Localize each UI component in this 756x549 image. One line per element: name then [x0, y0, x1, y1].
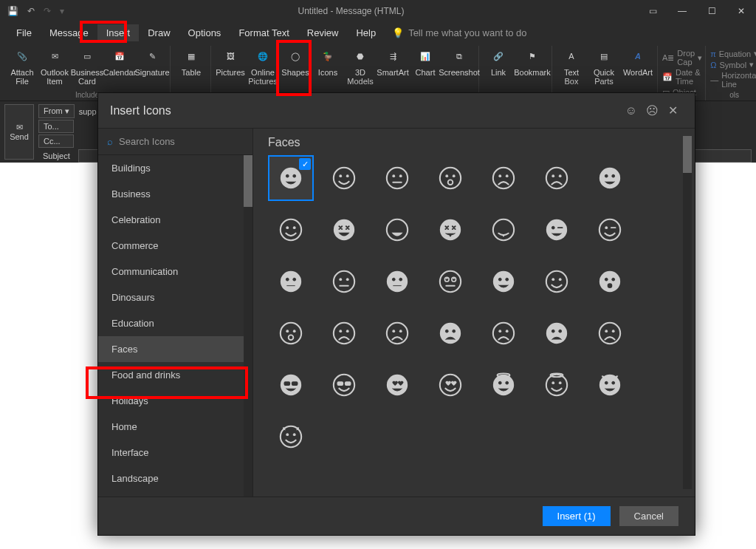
face-icon-22[interactable]: [321, 310, 367, 356]
category-item-dinosaurs[interactable]: Dinosaurs: [98, 284, 252, 310]
face-icon-0[interactable]: ✓: [268, 155, 314, 201]
business-card-button[interactable]: ▭Business Card: [72, 46, 102, 86]
drop-cap-button[interactable]: A≣Drop Cap▾: [662, 49, 702, 67]
menu-options[interactable]: Options: [179, 24, 230, 41]
face-icon-6[interactable]: [587, 155, 633, 201]
tell-me-search[interactable]: 💡 Tell me what you want to do: [392, 27, 526, 38]
face-icon-25[interactable]: [481, 310, 526, 356]
equation-button[interactable]: πEquation▾: [710, 49, 756, 58]
calendar-button[interactable]: 📅Calendar: [105, 46, 134, 86]
face-icon-1[interactable]: [321, 155, 367, 201]
face-icon-31[interactable]: [427, 362, 473, 408]
face-icon-9[interactable]: [374, 207, 420, 253]
dialog-close-icon[interactable]: ✕: [662, 103, 683, 117]
category-item-home[interactable]: Home: [98, 414, 252, 440]
face-icon-24[interactable]: [427, 310, 473, 356]
menu-format-text[interactable]: Format Text: [230, 24, 298, 41]
category-item-business[interactable]: Business: [98, 181, 252, 207]
face-icon-29[interactable]: [321, 362, 367, 408]
face-icon-30[interactable]: [374, 362, 420, 408]
face-icon-12[interactable]: [534, 207, 580, 253]
face-icon-11[interactable]: [481, 207, 526, 253]
category-scroll-thumb[interactable]: [244, 155, 252, 207]
face-icon-5[interactable]: [534, 155, 580, 201]
face-icon-14[interactable]: [268, 259, 314, 304]
icons-button[interactable]: 🦆Icons: [313, 46, 343, 86]
to-button[interactable]: To...: [38, 120, 74, 133]
face-icon-32[interactable]: [481, 362, 526, 408]
face-icon-20[interactable]: [587, 259, 633, 304]
menu-file[interactable]: File: [7, 24, 41, 41]
feedback-frown-icon[interactable]: ☹: [642, 103, 662, 117]
redo-icon[interactable]: ↷: [44, 6, 51, 16]
content-scrollbar[interactable]: [683, 136, 692, 489]
category-item-education[interactable]: Education: [98, 310, 252, 336]
signature-button[interactable]: ✎Signature: [137, 46, 167, 86]
screenshot-button[interactable]: ⧉Screenshot: [443, 46, 475, 86]
menu-draw[interactable]: Draw: [139, 24, 179, 41]
face-icon-27[interactable]: [587, 310, 633, 356]
content-scroll-thumb[interactable]: [683, 136, 692, 173]
save-icon[interactable]: 💾: [7, 6, 18, 16]
face-icon-26[interactable]: [534, 310, 580, 356]
face-icon-28[interactable]: [268, 362, 314, 408]
face-icon-13[interactable]: [587, 207, 633, 253]
3d-models-button[interactable]: ⬣3D Models: [346, 46, 375, 86]
category-item-interface[interactable]: Interface: [98, 440, 252, 466]
face-icon-4[interactable]: [481, 155, 526, 201]
menu-review[interactable]: Review: [298, 24, 348, 41]
category-item-buildings[interactable]: Buildings: [98, 155, 252, 181]
face-icon-34[interactable]: [587, 362, 633, 408]
minimize-icon[interactable]: —: [667, 0, 697, 22]
date-time-button[interactable]: 📅Date & Time: [662, 68, 702, 86]
cc-button[interactable]: Cc...: [38, 134, 74, 148]
feedback-smile-icon[interactable]: ☺: [621, 104, 642, 117]
face-icon-7[interactable]: [268, 207, 314, 253]
face-icon-18[interactable]: [481, 259, 526, 304]
category-item-holidays[interactable]: Holidays: [98, 388, 252, 414]
face-icon-15[interactable]: [321, 259, 367, 304]
quick-parts-button[interactable]: ▤Quick Parts: [589, 46, 619, 86]
category-item-celebration[interactable]: Celebration: [98, 207, 252, 233]
face-icon-35[interactable]: [268, 414, 314, 460]
face-icon-10[interactable]: [427, 207, 473, 253]
face-icon-23[interactable]: [374, 310, 420, 356]
category-item-communication[interactable]: Communication: [98, 259, 252, 284]
wordart-button[interactable]: AWordArt: [622, 46, 654, 86]
face-icon-8[interactable]: [321, 207, 367, 253]
smartart-button[interactable]: ⇶SmartArt: [378, 46, 408, 86]
chart-button[interactable]: 📊Chart: [410, 46, 440, 86]
ribbon-display-icon[interactable]: ▭: [638, 0, 667, 22]
attach-file-button[interactable]: 📎Attach File: [7, 46, 37, 86]
face-icon-33[interactable]: [534, 362, 580, 408]
text-box-button[interactable]: AText Box: [557, 46, 586, 86]
insert-button[interactable]: Insert (1): [543, 506, 611, 526]
outlook-item-button[interactable]: ✉Outlook Item: [40, 46, 69, 86]
category-item-commerce[interactable]: Commerce: [98, 233, 252, 259]
send-button[interactable]: ✉ Send: [4, 104, 34, 160]
category-item-faces[interactable]: Faces: [98, 336, 252, 362]
face-icon-3[interactable]: [427, 155, 473, 201]
bookmark-button[interactable]: ⚑Bookmark: [516, 46, 549, 77]
from-button[interactable]: From ▾: [38, 104, 75, 118]
maximize-icon[interactable]: ☐: [697, 0, 726, 22]
horizontal-line-button[interactable]: —Horizontal Line: [710, 71, 756, 89]
menu-insert[interactable]: Insert: [97, 24, 140, 41]
online-pictures-button[interactable]: 🌐Online Pictures: [248, 46, 278, 86]
pictures-button[interactable]: 🖼Pictures: [216, 46, 245, 86]
qat-customize-icon[interactable]: ▾: [60, 6, 64, 16]
menu-help[interactable]: Help: [347, 24, 385, 41]
category-item-landscape[interactable]: Landscape: [98, 466, 252, 491]
cancel-button[interactable]: Cancel: [619, 506, 678, 526]
face-icon-17[interactable]: [427, 259, 473, 304]
shapes-button[interactable]: ◯Shapes: [281, 46, 310, 86]
face-icon-19[interactable]: [534, 259, 580, 304]
category-item-food-and-drinks[interactable]: Food and drinks: [98, 362, 252, 388]
close-icon[interactable]: ✕: [726, 0, 756, 22]
menu-message[interactable]: Message: [41, 24, 97, 41]
link-button[interactable]: 🔗Link: [484, 46, 513, 77]
face-icon-16[interactable]: [374, 259, 420, 304]
undo-icon[interactable]: ↶: [27, 6, 35, 16]
symbol-button[interactable]: ΩSymbol▾: [710, 60, 756, 69]
table-button[interactable]: ▦Table: [175, 46, 207, 77]
